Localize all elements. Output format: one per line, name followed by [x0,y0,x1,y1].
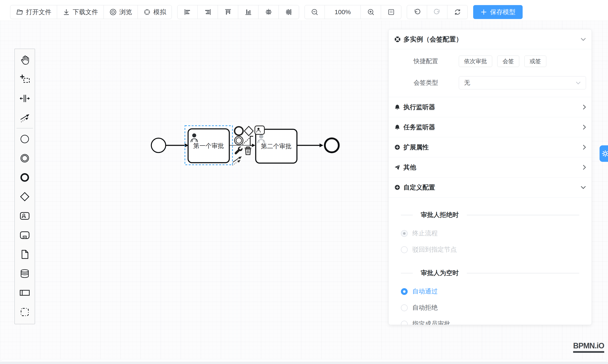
multi-instance-form: 快捷配置 依次审批 会签 或签 会签类型 无 [389,49,592,97]
save-model-button[interactable]: 保存模型 [473,5,523,19]
simulate-button[interactable]: 模拟 [138,5,172,19]
section-execution-listener[interactable]: 执行监听器 [389,97,592,117]
radio-icon [401,230,408,237]
horizontal-scrollbar[interactable] [1,359,607,362]
section-custom-config[interactable]: 自定义配置 [389,177,592,197]
open-file-label: 打开文件 [26,8,51,16]
start-event-icon [19,133,30,144]
radio-terminate-process[interactable]: 终止流程 [389,225,592,241]
align-left-button[interactable] [177,5,198,19]
sequence-flow-3[interactable] [297,143,323,147]
section-other[interactable]: 其他 [389,157,592,177]
hand-tool[interactable] [15,50,35,69]
preview-button[interactable]: 浏览 [104,5,138,19]
simulate-label: 模拟 [153,8,166,16]
create-subprocess[interactable] [15,225,35,245]
align-center-horizontal-button[interactable] [258,5,279,19]
align-center-vertical-button[interactable] [279,5,299,19]
zoom-level-display[interactable]: 100% [325,5,361,19]
quick-config-row: 快捷配置 依次审批 会签 或签 [394,56,586,67]
quick-option-sequential-button[interactable]: 依次审批 [459,56,492,67]
radio-auto-reject[interactable]: 自动拒绝 [389,299,592,316]
bell-icon [394,104,400,110]
section-extended-attributes[interactable]: 扩展属性 [389,137,592,157]
create-gateway[interactable] [15,187,35,206]
create-intermediate-event[interactable] [15,148,35,168]
create-group[interactable] [15,302,35,322]
multi-instance-icon [394,36,401,43]
plus-circle-icon [394,144,400,150]
history-button-group [407,5,468,19]
global-connect-tool[interactable] [15,108,35,127]
align-top-button[interactable] [218,5,238,19]
zoom-in-button[interactable] [361,5,381,19]
align-center-vertical-icon [285,8,293,16]
connect-icon[interactable] [232,156,242,165]
append-end-event-icon[interactable] [235,127,243,135]
quick-option-orsign-button[interactable]: 或签 [524,56,546,67]
create-data-object[interactable] [15,245,35,264]
append-intermediate-event-icon[interactable] [235,136,243,145]
redo-button[interactable] [427,5,447,19]
sign-type-select[interactable]: 无 [459,76,586,89]
panel-header[interactable]: 多实例（会签配置） [389,29,592,49]
subprocess-icon [19,230,30,241]
create-start-event[interactable] [15,129,35,148]
trash-icon[interactable] [245,147,251,155]
create-end-event[interactable] [15,168,35,187]
quick-option-countersign-button[interactable]: 会签 [497,56,519,67]
task-first-approval[interactable]: 第一个审批 [188,129,229,163]
append-text-annotation-icon[interactable] [243,136,253,145]
bottom-edge [0,362,608,364]
radio-auto-pass[interactable]: 自动通过 [389,283,592,299]
file-button-group: 打开文件 下载文件 浏览 模 [10,5,172,19]
lasso-tool[interactable] [15,69,35,89]
bpmn-io-logo[interactable]: BPMN.iO [573,341,604,353]
palette [14,49,35,324]
divider [401,273,413,273]
zoom-out-button[interactable] [304,5,325,19]
start-event[interactable] [151,138,166,153]
align-right-button[interactable] [198,5,218,19]
divider [467,273,579,273]
toolbar: 打开文件 下载文件 浏览 模 [10,5,523,19]
radio-return-to-node[interactable]: 驳回到指定节点 [389,241,592,258]
open-file-button[interactable]: 打开文件 [10,5,57,19]
radio-assign-member[interactable]: 指定成员审批 [389,316,592,325]
section-label: 扩展属性 [403,143,583,152]
reject-title-text: 审批人拒绝时 [421,211,459,219]
chevron-right-icon [583,144,586,150]
zoom-level-value: 100% [334,8,351,16]
connect-icon [19,112,30,123]
palette-separator [16,128,33,129]
space-tool[interactable] [15,89,35,108]
create-user-task[interactable] [15,206,35,225]
wrench-icon[interactable] [235,147,242,155]
section-label: 执行监听器 [403,103,583,112]
undo-icon [413,8,421,16]
quick-option-label: 或签 [529,57,541,65]
radio-icon [401,288,408,295]
chevron-right-icon [583,165,586,170]
download-file-button[interactable]: 下载文件 [57,5,104,19]
bpmn-editor: 打开文件 下载文件 浏览 模 [0,0,608,364]
zoom-in-icon [367,8,375,16]
zoom-fit-button[interactable] [381,5,401,19]
undo-button[interactable] [407,5,427,19]
properties-panel: 多实例（会签配置） 快捷配置 依次审批 会签 或签 [388,29,592,325]
settings-tab[interactable] [600,145,608,162]
bell-icon [394,124,400,130]
divider [467,215,579,215]
refresh-button[interactable] [447,5,468,19]
divider [401,215,413,215]
align-bottom-button[interactable] [238,5,258,19]
end-event[interactable] [325,138,339,152]
radio-label: 驳回到指定节点 [412,245,457,254]
section-task-listener[interactable]: 任务监听器 [389,117,592,137]
align-right-icon [204,8,211,16]
create-data-store[interactable] [15,264,35,283]
chevron-right-icon [583,104,586,110]
append-gateway-icon[interactable] [244,126,253,136]
create-participant[interactable] [15,283,35,302]
append-task-icon[interactable] [255,126,264,134]
